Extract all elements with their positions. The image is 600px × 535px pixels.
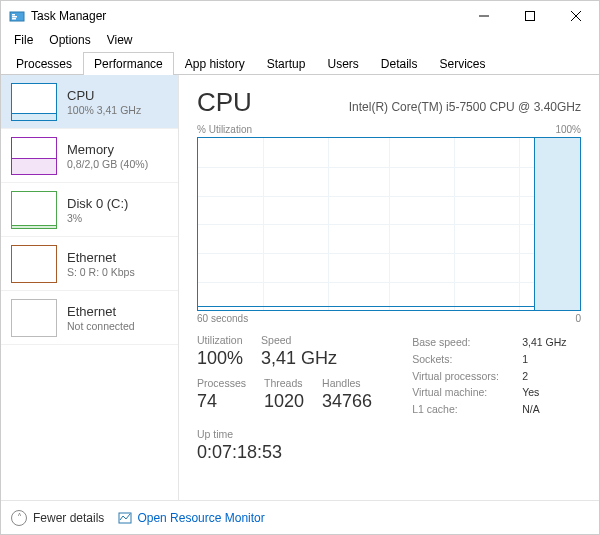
sidebar: CPU 100% 3,41 GHz Memory 0,8/2,0 GB (40%… — [1, 75, 179, 500]
tab-performance[interactable]: Performance — [83, 52, 174, 75]
sidebar-item-disk[interactable]: Disk 0 (C:) 3% — [1, 183, 178, 237]
sidebar-item-cpu[interactable]: CPU 100% 3,41 GHz — [1, 75, 178, 129]
app-icon — [9, 8, 25, 24]
sidebar-item-sub: 100% 3,41 GHz — [67, 104, 141, 116]
sidebar-item-memory[interactable]: Memory 0,8/2,0 GB (40%) — [1, 129, 178, 183]
chart-bottom-labels: 60 seconds 0 — [197, 313, 581, 324]
maximize-button[interactable] — [507, 1, 553, 31]
stat-value: 3,41 GHz — [261, 348, 337, 369]
chevron-up-icon: ˄ — [11, 510, 27, 526]
tabs: Processes Performance App history Startu… — [1, 51, 599, 75]
sidebar-item-text: Disk 0 (C:) 3% — [67, 196, 128, 224]
sidebar-item-text: CPU 100% 3,41 GHz — [67, 88, 141, 116]
footer: ˄ Fewer details Open Resource Monitor — [1, 500, 599, 534]
tab-processes[interactable]: Processes — [5, 52, 83, 75]
cpu-model-label: Intel(R) Core(TM) i5-7500 CPU @ 3.40GHz — [252, 100, 581, 114]
tab-startup[interactable]: Startup — [256, 52, 317, 75]
ethernet-thumb-icon — [11, 245, 57, 283]
stat-value: 1020 — [264, 391, 304, 412]
stat-value: 34766 — [322, 391, 372, 412]
page-title: CPU — [197, 87, 252, 118]
sidebar-item-label: Ethernet — [67, 304, 135, 319]
window-controls — [461, 1, 599, 31]
sidebar-item-text: Ethernet Not connected — [67, 304, 135, 332]
cpu-thumb-icon — [11, 83, 57, 121]
menu-file[interactable]: File — [7, 31, 40, 51]
stat-uptime: Up time 0:07:18:53 — [197, 428, 372, 463]
fewer-details-button[interactable]: ˄ Fewer details — [11, 510, 104, 526]
stats-area: Utilization 100% Speed 3,41 GHz Processe… — [197, 334, 581, 463]
main-panel: CPU Intel(R) Core(TM) i5-7500 CPU @ 3.40… — [179, 75, 599, 500]
resource-monitor-icon — [118, 511, 132, 525]
xaxis-left-label: 60 seconds — [197, 313, 248, 324]
stat-label: Utilization — [197, 334, 243, 346]
open-resource-monitor-link[interactable]: Open Resource Monitor — [118, 511, 264, 525]
sidebar-item-label: Disk 0 (C:) — [67, 196, 128, 211]
stat-value: 74 — [197, 391, 246, 412]
sidebar-item-sub: Not connected — [67, 320, 135, 332]
svg-rect-2 — [12, 16, 17, 18]
chart-top-labels: % Utilization 100% — [197, 124, 581, 135]
titlebar: Task Manager — [1, 1, 599, 31]
body: CPU 100% 3,41 GHz Memory 0,8/2,0 GB (40%… — [1, 75, 599, 500]
sidebar-item-sub: 0,8/2,0 GB (40%) — [67, 158, 148, 170]
svg-rect-3 — [12, 18, 16, 20]
fewer-details-label: Fewer details — [33, 511, 104, 525]
tab-details[interactable]: Details — [370, 52, 429, 75]
stat-label: Speed — [261, 334, 337, 346]
svg-rect-5 — [526, 12, 535, 21]
sidebar-item-label: Memory — [67, 142, 148, 157]
stat-utilization: Utilization 100% — [197, 334, 243, 369]
sidebar-item-label: Ethernet — [67, 250, 135, 265]
sidebar-item-text: Ethernet S: 0 R: 0 Kbps — [67, 250, 135, 278]
stats-left-col: Utilization 100% Speed 3,41 GHz Processe… — [197, 334, 372, 463]
menubar: File Options View — [1, 31, 599, 51]
stat-speed: Speed 3,41 GHz — [261, 334, 337, 369]
stat-label: Handles — [322, 377, 372, 389]
sidebar-item-text: Memory 0,8/2,0 GB (40%) — [67, 142, 148, 170]
cpu-chart-fill — [534, 138, 580, 310]
cpu-chart-line — [198, 306, 534, 307]
utilization-label: % Utilization — [197, 124, 252, 135]
stat-value: 0:07:18:53 — [197, 442, 372, 463]
minimize-button[interactable] — [461, 1, 507, 31]
stat-label: Threads — [264, 377, 304, 389]
sidebar-item-ethernet-1[interactable]: Ethernet S: 0 R: 0 Kbps — [1, 237, 178, 291]
open-resource-monitor-label: Open Resource Monitor — [137, 511, 264, 525]
stat-value: 100% — [197, 348, 243, 369]
window-title: Task Manager — [31, 9, 461, 23]
stat-handles: Handles 34766 — [322, 377, 372, 412]
info-sockets: Sockets:1 — [412, 351, 566, 368]
cpu-utilization-chart[interactable] — [197, 137, 581, 311]
stat-label: Processes — [197, 377, 246, 389]
utilization-max-label: 100% — [555, 124, 581, 135]
menu-options[interactable]: Options — [42, 31, 97, 51]
main-header: CPU Intel(R) Core(TM) i5-7500 CPU @ 3.40… — [197, 87, 581, 118]
memory-thumb-icon — [11, 137, 57, 175]
stat-processes: Processes 74 — [197, 377, 246, 412]
info-l1-cache: L1 cache:N/A — [412, 401, 566, 418]
sidebar-item-sub: 3% — [67, 212, 128, 224]
stats-right-col: Base speed:3,41 GHz Sockets:1 Virtual pr… — [412, 334, 566, 463]
sidebar-item-sub: S: 0 R: 0 Kbps — [67, 266, 135, 278]
tab-app-history[interactable]: App history — [174, 52, 256, 75]
tab-users[interactable]: Users — [316, 52, 369, 75]
xaxis-right-label: 0 — [575, 313, 581, 324]
sidebar-item-ethernet-2[interactable]: Ethernet Not connected — [1, 291, 178, 345]
sidebar-item-label: CPU — [67, 88, 141, 103]
info-virtual-processors: Virtual processors:2 — [412, 368, 566, 385]
stat-threads: Threads 1020 — [264, 377, 304, 412]
menu-view[interactable]: View — [100, 31, 140, 51]
stat-label: Up time — [197, 428, 372, 440]
info-base-speed: Base speed:3,41 GHz — [412, 334, 566, 351]
close-button[interactable] — [553, 1, 599, 31]
tab-services[interactable]: Services — [429, 52, 497, 75]
info-virtual-machine: Virtual machine:Yes — [412, 384, 566, 401]
disk-thumb-icon — [11, 191, 57, 229]
ethernet-thumb-icon — [11, 299, 57, 337]
task-manager-window: Task Manager File Options View Processes… — [0, 0, 600, 535]
svg-rect-1 — [12, 14, 15, 16]
